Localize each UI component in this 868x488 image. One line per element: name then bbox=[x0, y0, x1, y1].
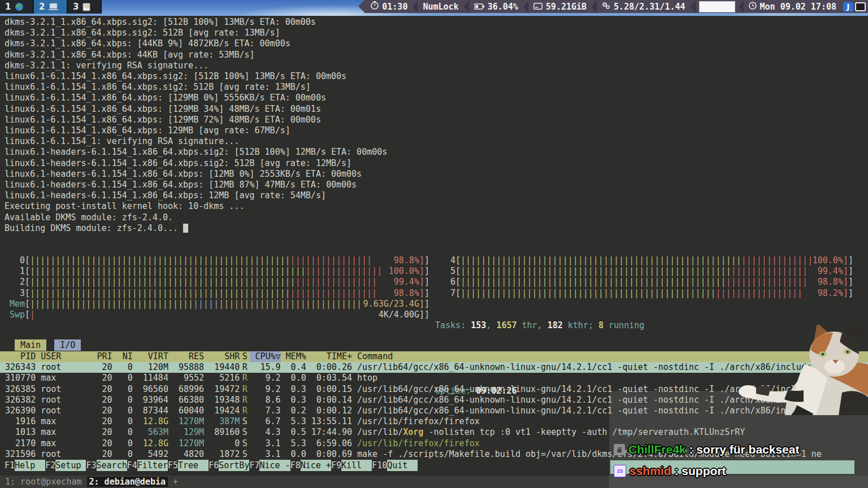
tray-widget-box[interactable] bbox=[699, 1, 735, 12]
purple-badge-icon: 23 bbox=[614, 465, 626, 477]
terminal-line: linux6.1-6.1.154_1: verifying RSA signat… bbox=[5, 136, 387, 147]
terminal-line: linux6.1-headers-6.1.154_1.x86_64.xbps: … bbox=[5, 180, 387, 190]
fkey-f3-search[interactable]: F3Search bbox=[86, 460, 127, 471]
gears-icon bbox=[602, 2, 610, 12]
battery-icon bbox=[474, 2, 484, 12]
terminal-line: dkms-3.2.1_1.x86_64.xbps: [44KB 9%] 4872… bbox=[5, 38, 387, 49]
tmux-window-1[interactable]: 1: root@pxecham bbox=[0, 477, 87, 487]
fkey-f1-help[interactable]: F1Help bbox=[5, 460, 45, 471]
fkey-f7-nice[interactable]: F7Nice - bbox=[249, 460, 290, 471]
chat-message: 🖨ChillFre4k: sorry für backseat bbox=[614, 443, 799, 456]
column-header-virt[interactable]: VIRT bbox=[133, 351, 168, 362]
datetime-module: Mon 09.02 17:08 bbox=[744, 2, 841, 12]
htop-meter-0: 0[||||||||||||||||||||||||||||||||||||||… bbox=[5, 255, 429, 266]
terminal-line: linux6.1-6.1.154_1.x86_64.xbps.sig2: [51… bbox=[5, 71, 387, 82]
terminal-line: linux6.1-6.1.154_1.x86_64.xbps: 129MB [a… bbox=[5, 125, 387, 136]
htop-meter-3: 3[||||||||||||||||||||||||||||||||||||||… bbox=[5, 288, 429, 299]
calico-cat-image bbox=[731, 325, 868, 415]
column-header-mem[interactable]: MEM% bbox=[281, 351, 306, 362]
fkey-f9-kill[interactable]: F9Kill bbox=[331, 460, 372, 471]
htop-meter-4: 4[||||||||||||||||||||||||||||||||||||||… bbox=[435, 255, 853, 266]
chat-username: sshmid bbox=[630, 464, 671, 478]
stopwatch-icon bbox=[371, 1, 379, 12]
top-status-bar: 123 01:30NumLock36.04%59.21GiB5.28/2.31/… bbox=[0, 0, 868, 16]
fkey-f2-setup[interactable]: F2Setup bbox=[45, 460, 86, 471]
terminal-line: Available DKMS module: zfs-2.4.0. bbox=[5, 212, 387, 223]
htop-meter-6: 6[||||||||||||||||||||||||||||||||||||||… bbox=[435, 277, 853, 287]
htop-meter-5: 5[||||||||||||||||||||||||||||||||||||||… bbox=[435, 266, 853, 277]
column-header-time[interactable]: TIME+ bbox=[306, 351, 352, 362]
separator-chevron bbox=[691, 1, 696, 13]
terminal-line: linux6.1-6.1.154_1.x86_64.xbps: [129MB 0… bbox=[5, 93, 387, 103]
clock-icon bbox=[749, 2, 757, 12]
separator-chevron bbox=[592, 1, 597, 13]
separator-chevron bbox=[464, 1, 469, 13]
chat-username: ChillFre4k bbox=[628, 443, 686, 456]
terminal-line: linux6.1-6.1.154_1.x86_64.xbps: [129MB 7… bbox=[5, 115, 387, 125]
column-header-pid[interactable]: PID bbox=[0, 351, 36, 362]
terminal-line: dkms-3.2.1_1.x86_64.xbps: 44KB [avg rate… bbox=[5, 50, 387, 60]
separator-chevron bbox=[523, 1, 528, 13]
fkey-f4-filter[interactable]: F4Filter bbox=[127, 460, 168, 471]
column-header-pri[interactable]: PRI bbox=[86, 351, 112, 362]
htop-tab-main[interactable]: Main bbox=[15, 339, 46, 351]
terminal-line: linux6.1-headers-6.1.154_1.x86_64.xbps.s… bbox=[5, 147, 387, 158]
disk-icon bbox=[533, 2, 542, 12]
column-header-s[interactable]: S bbox=[240, 351, 250, 362]
status-modules: 01:30NumLock36.04%59.21GiB5.28/2.31/1.44… bbox=[364, 0, 868, 13]
htop-function-key-bar: F1HelpF2SetupF3SearchF4FilterF5TreeF6Sor… bbox=[5, 460, 418, 471]
separator-chevron bbox=[413, 1, 418, 13]
terminal-line: Executing post-install kernel hook: 10-d… bbox=[5, 201, 387, 212]
column-header-user[interactable]: USER bbox=[36, 351, 86, 362]
terminal-line: linux6.1-headers-6.1.154_1.x86_64.xbps: … bbox=[5, 190, 387, 201]
separator-chevron bbox=[739, 1, 744, 13]
terminal-line: dkms-3.2.1_1.x86_64.xbps.sig2: [512B 100… bbox=[5, 17, 387, 28]
htop-meter-swp: Swp[|4K/4.00G]] bbox=[5, 310, 429, 320]
grey-badge-icon: 🖨 bbox=[614, 444, 625, 455]
status-module: 36.04% bbox=[469, 2, 523, 12]
fkey-f8-nice[interactable]: F8Nice + bbox=[290, 460, 331, 471]
chat-message: 23sshmid: support bbox=[614, 464, 726, 478]
laptop-icon bbox=[49, 3, 58, 11]
fkey-f10-quit[interactable]: F10Quit bbox=[372, 460, 418, 471]
htop-cpu-meters-left: 0[||||||||||||||||||||||||||||||||||||||… bbox=[5, 255, 429, 320]
workspace-button-2[interactable]: 2 bbox=[34, 0, 68, 14]
htop-cpu-meters-right: 4[||||||||||||||||||||||||||||||||||||||… bbox=[435, 255, 853, 299]
terminal-line: Building DKMS module: zfs-2.4.0... bbox=[5, 223, 387, 234]
terminal-line: dkms-3.2.1_1.x86_64.xbps.sig2: 512B [avg… bbox=[5, 28, 387, 38]
terminal-line: linux6.1-6.1.154_1.x86_64.xbps: [129MB 3… bbox=[5, 104, 387, 115]
terminal-line: linux6.1-headers-6.1.154_1.x86_64.xbps: … bbox=[5, 169, 387, 180]
htop-tabs: MainI/O bbox=[15, 339, 89, 351]
column-header-shr[interactable]: SHR bbox=[204, 351, 240, 362]
status-module: 59.21GiB bbox=[528, 2, 592, 12]
workspace-button-1[interactable]: 1 bbox=[0, 0, 34, 14]
status-module: NumLock bbox=[418, 2, 463, 12]
memo-icon bbox=[83, 3, 90, 11]
htop-meter-7: 7[||||||||||||||||||||||||||||||||||||||… bbox=[435, 288, 853, 299]
tasks-line: Tasks: 153, 1657 thr, 182 kthr; 8 runnin… bbox=[435, 320, 644, 331]
cat-photo-overlay bbox=[731, 325, 868, 415]
status-module: 5.28/2.31/1.44 bbox=[597, 2, 690, 12]
tmux-window-2-active[interactable]: 2: debian@debia bbox=[87, 477, 168, 487]
chat-text: : support bbox=[675, 464, 726, 478]
htop-meter-2: 2[||||||||||||||||||||||||||||||||||||||… bbox=[5, 277, 429, 287]
workspace-button-3[interactable]: 3 bbox=[68, 0, 102, 14]
tray-screen-icon[interactable] bbox=[855, 2, 866, 11]
column-header-cpu[interactable]: CPU%▽ bbox=[250, 351, 280, 362]
terminal-cursor bbox=[183, 224, 188, 233]
htop-tab-io[interactable]: I/O bbox=[54, 339, 81, 351]
column-header-ni[interactable]: NI bbox=[112, 351, 133, 362]
terminal-line: linux6.1-headers-6.1.154_1.x86_64.xbps.s… bbox=[5, 158, 387, 169]
fkey-f6-sortby[interactable]: F6SortBy bbox=[209, 460, 249, 471]
workspace-switcher: 123 bbox=[0, 0, 102, 14]
htop-meter-1: 1[||||||||||||||||||||||||||||||||||||||… bbox=[5, 266, 429, 277]
htop-meter-mem: Mem[||||||||||||||||||||||||||||||||||||… bbox=[5, 299, 429, 310]
terminal-line: linux6.1-6.1.154_1.x86_64.xbps.sig2: 512… bbox=[5, 82, 387, 93]
chat-text: : sorry für backseat bbox=[689, 443, 800, 456]
desktop-screen: 123 01:30NumLock36.04%59.21GiB5.28/2.31/… bbox=[0, 0, 868, 488]
fkey-f5-tree[interactable]: F5Tree bbox=[168, 460, 209, 471]
tray-app-j-icon[interactable]: J bbox=[843, 2, 853, 12]
column-header-res[interactable]: RES bbox=[168, 351, 204, 362]
status-module: 01:30 bbox=[366, 1, 413, 12]
globe-icon bbox=[15, 2, 24, 11]
